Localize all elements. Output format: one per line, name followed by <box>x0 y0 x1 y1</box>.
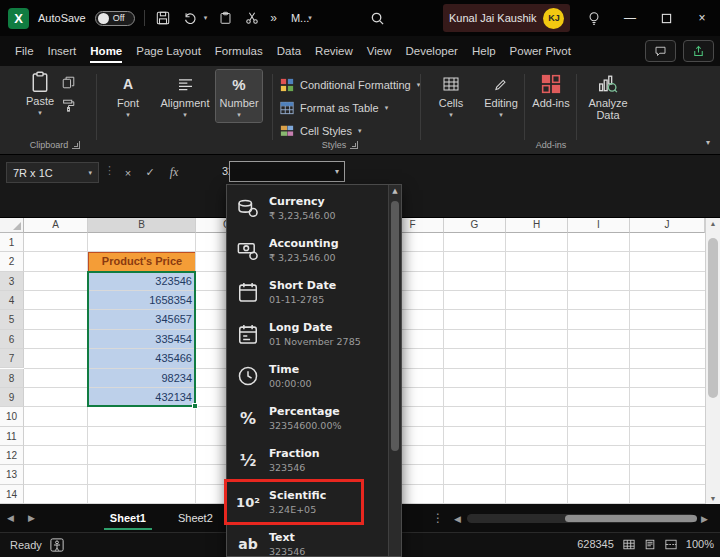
scroll-up-icon[interactable]: ▲ <box>706 220 720 227</box>
format-painter-icon[interactable] <box>62 99 75 112</box>
scrollbar-thumb[interactable] <box>708 238 718 398</box>
scroll-down-icon[interactable]: ▼ <box>706 495 720 502</box>
more-options-icon[interactable]: ⋮ <box>432 511 444 525</box>
cell-styles-button[interactable]: Cell Styles ▾ <box>280 122 361 140</box>
row-header-7[interactable]: 7 <box>0 349 24 368</box>
row-header-1[interactable]: 1 <box>0 233 24 252</box>
menu-item-fraction[interactable]: ½ Fraction323546 <box>227 439 388 481</box>
collapse-ribbon-icon[interactable]: ▾ <box>706 138 710 147</box>
menu-home[interactable]: Home <box>83 38 129 64</box>
menu-power-pivot[interactable]: Power Pivot <box>503 38 578 64</box>
column-header-G[interactable]: G <box>444 218 506 233</box>
scrollbar-thumb[interactable] <box>391 201 399 451</box>
save-icon[interactable] <box>154 9 172 27</box>
comments-button[interactable] <box>645 40 676 62</box>
insert-function-icon[interactable]: fx <box>164 162 184 183</box>
close-button[interactable]: × <box>684 0 720 36</box>
sheet-tab-sheet1[interactable]: Sheet1 <box>94 504 162 532</box>
menu-data[interactable]: Data <box>270 38 308 64</box>
autosave-toggle[interactable]: Off <box>95 11 135 26</box>
menu-developer[interactable]: Developer <box>399 38 465 64</box>
menu-item-currency[interactable]: Currency₹ 3,23,546.00 <box>227 187 388 229</box>
scroll-left-icon[interactable]: ◀ <box>452 514 463 524</box>
copy-icon[interactable] <box>62 76 75 89</box>
cell-B2[interactable]: Product's Price <box>88 252 196 271</box>
scrollbar-track[interactable] <box>467 514 695 523</box>
undo-icon[interactable] <box>181 9 199 27</box>
cells-group-button[interactable]: Cells ▾ <box>430 74 472 118</box>
enter-formula-icon[interactable]: ✓ <box>140 162 160 183</box>
name-box[interactable]: 7R x 1C ▾ <box>6 162 99 183</box>
menu-item-percentage[interactable]: % Percentage32354600.00% <box>227 397 388 439</box>
menu-insert[interactable]: Insert <box>41 38 84 64</box>
dialog-launcher-icon[interactable] <box>72 141 80 149</box>
select-all-corner[interactable] <box>0 218 24 233</box>
row-header-11[interactable]: 11 <box>0 427 24 446</box>
row-header-4[interactable]: 4 <box>0 291 24 310</box>
column-header-A[interactable]: A <box>24 218 88 233</box>
account-chip[interactable]: Kunal Jai Kaushik KJ <box>443 4 570 32</box>
dropdown-scrollbar[interactable]: ▲ <box>388 185 401 556</box>
accessibility-icon[interactable] <box>50 538 64 552</box>
row-header-9[interactable]: 9 <box>0 388 24 407</box>
menu-page-layout[interactable]: Page Layout <box>129 38 208 64</box>
row-header-6[interactable]: 6 <box>0 330 24 349</box>
minimize-button[interactable]: — <box>612 0 648 36</box>
search-icon[interactable] <box>368 9 386 27</box>
menu-formulas[interactable]: Formulas <box>208 38 270 64</box>
cut-scissors-icon[interactable] <box>243 9 261 27</box>
menu-file[interactable]: File <box>8 38 41 64</box>
row-header-8[interactable]: 8 <box>0 369 24 388</box>
column-header-H[interactable]: H <box>506 218 568 233</box>
quick-access-overflow[interactable]: M... ▾ <box>291 12 312 24</box>
row-header-5[interactable]: 5 <box>0 310 24 329</box>
cancel-formula-icon[interactable]: × <box>118 162 138 183</box>
undo-dropdown-icon[interactable]: ▾ <box>204 14 208 22</box>
paste-icon[interactable] <box>216 9 234 27</box>
horizontal-scrollbar[interactable]: ◀ ▶ <box>452 513 710 524</box>
menu-item-short-date[interactable]: Short Date01-11-2785 <box>227 271 388 313</box>
dialog-launcher-icon[interactable] <box>350 141 358 149</box>
fill-handle[interactable] <box>192 403 198 409</box>
tips-lightbulb-icon[interactable] <box>576 0 612 36</box>
menu-help[interactable]: Help <box>465 38 503 64</box>
scroll-up-icon[interactable]: ▲ <box>389 187 401 195</box>
page-break-view-icon[interactable] <box>665 539 677 550</box>
next-sheet-icon[interactable]: ▶ <box>21 513 42 523</box>
column-header-B[interactable]: B <box>88 218 196 233</box>
row-header-12[interactable]: 12 <box>0 446 24 465</box>
column-header-I[interactable]: I <box>568 218 630 233</box>
page-layout-view-icon[interactable] <box>644 539 656 550</box>
row-header-10[interactable]: 10 <box>0 407 24 426</box>
scroll-right-icon[interactable]: ▶ <box>699 514 710 524</box>
column-header-J[interactable]: J <box>630 218 705 233</box>
prev-sheet-icon[interactable]: ◀ <box>0 513 21 523</box>
number-format-combobox[interactable]: ▾ <box>229 161 345 182</box>
format-as-table-button[interactable]: Format as Table ▾ <box>280 99 388 117</box>
sheet-tab-sheet2[interactable]: Sheet2 <box>162 504 229 532</box>
maximize-button[interactable] <box>648 0 684 36</box>
addins-button[interactable]: Add-ins <box>530 74 572 109</box>
row-header-13[interactable]: 13 <box>0 465 24 484</box>
more-commands-icon[interactable]: » <box>270 11 277 25</box>
font-group-button[interactable]: A Font ▾ <box>106 74 150 118</box>
menu-item-time[interactable]: Time00:00:00 <box>227 355 388 397</box>
menu-item-text[interactable]: ab Text323546 <box>227 523 388 557</box>
zoom-level[interactable]: 100% <box>686 538 714 550</box>
menu-item-long-date[interactable]: Long Date01 November 2785 <box>227 313 388 355</box>
row-header-3[interactable]: 3 <box>0 272 24 291</box>
share-button[interactable] <box>683 40 714 62</box>
scrollbar-thumb[interactable] <box>565 515 697 522</box>
alignment-group-button[interactable]: Alignment ▾ <box>156 74 214 118</box>
menu-view[interactable]: View <box>360 38 399 64</box>
vertical-scrollbar[interactable]: ▲ ▼ <box>705 218 720 504</box>
analyze-data-button[interactable]: Analyze Data <box>582 74 634 121</box>
row-header-14[interactable]: 14 <box>0 485 24 504</box>
paste-button[interactable]: Paste ▾ <box>26 72 54 116</box>
menu-item-accounting[interactable]: Accounting₹ 3,23,546.00 <box>227 229 388 271</box>
normal-view-icon[interactable] <box>623 539 635 550</box>
editing-group-button[interactable]: Editing ▾ <box>478 74 524 118</box>
number-group-button[interactable]: % Number ▾ <box>216 70 262 122</box>
menu-review[interactable]: Review <box>308 38 360 64</box>
conditional-formatting-button[interactable]: Conditional Formatting ▾ <box>280 76 420 94</box>
